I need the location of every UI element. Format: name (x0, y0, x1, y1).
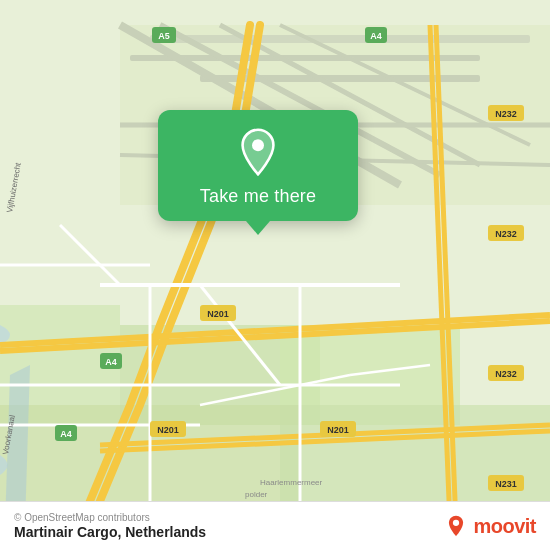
moovit-pin-icon (445, 515, 467, 537)
map-background: A5 A4 A4 A4 A4 N232 N232 N232 N231 N201 … (0, 0, 550, 550)
svg-text:polder: polder (245, 490, 268, 499)
popup-label: Take me there (200, 186, 316, 207)
svg-rect-2 (150, 35, 530, 43)
svg-text:N201: N201 (157, 425, 179, 435)
svg-text:N232: N232 (495, 229, 517, 239)
location-pin-icon (234, 128, 282, 176)
svg-point-45 (453, 520, 459, 526)
svg-text:N231: N231 (495, 479, 517, 489)
svg-text:A4: A4 (105, 357, 117, 367)
location-name: Martinair Cargo, Netherlands (14, 524, 206, 540)
svg-text:N201: N201 (207, 309, 229, 319)
svg-point-44 (252, 139, 264, 151)
svg-text:A5: A5 (158, 31, 170, 41)
svg-text:N232: N232 (495, 109, 517, 119)
popup-card[interactable]: Take me there (158, 110, 358, 221)
moovit-logo: moovit (445, 515, 536, 538)
moovit-label: moovit (473, 515, 536, 538)
bottom-bar-left: © OpenStreetMap contributors Martinair C… (14, 512, 206, 540)
svg-text:N201: N201 (327, 425, 349, 435)
bottom-bar: © OpenStreetMap contributors Martinair C… (0, 501, 550, 550)
svg-text:N232: N232 (495, 369, 517, 379)
copyright-text: © OpenStreetMap contributors (14, 512, 206, 523)
svg-text:A4: A4 (60, 429, 72, 439)
svg-text:A4: A4 (370, 31, 382, 41)
svg-text:Haarlemmermeer: Haarlemmermeer (260, 478, 323, 487)
map-container: A5 A4 A4 A4 A4 N232 N232 N232 N231 N201 … (0, 0, 550, 550)
